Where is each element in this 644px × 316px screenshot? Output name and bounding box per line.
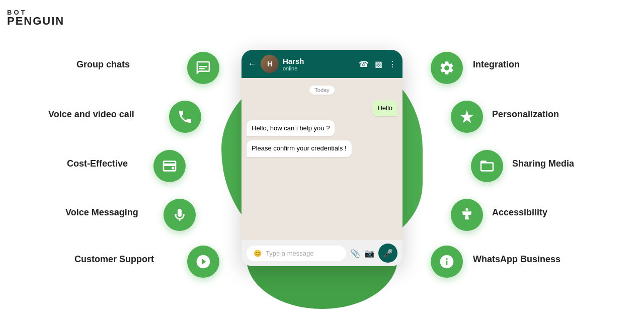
personalization-icon xyxy=(451,101,483,133)
avatar-image: H xyxy=(261,55,279,73)
customer-support-label: Customer Support xyxy=(74,254,154,265)
emoji-icon[interactable]: 😊 xyxy=(254,250,262,257)
svg-point-2 xyxy=(172,167,174,169)
cost-effective-label: Cost-Effective xyxy=(67,159,128,169)
message-received-2: Please confirm your credentials ! xyxy=(247,140,352,156)
svg-rect-1 xyxy=(199,68,205,69)
accessibility-icon xyxy=(451,199,483,231)
cost-effective-icon xyxy=(153,150,186,182)
voice-messaging-label: Voice Messaging xyxy=(65,207,138,218)
message-input[interactable]: 😊 Type a message xyxy=(247,246,346,261)
message-sent: Hello xyxy=(372,100,397,116)
accessibility-label: Accessibility xyxy=(492,207,547,218)
phone-icon[interactable]: ☎ xyxy=(359,59,369,69)
date-badge: Today xyxy=(247,85,397,94)
mic-button[interactable]: 🎤 xyxy=(378,244,397,263)
contact-status: online xyxy=(283,65,355,71)
customer-support-icon xyxy=(187,246,219,278)
voice-messaging-icon xyxy=(164,199,196,231)
attach-icon[interactable]: 📎 xyxy=(350,249,360,258)
contact-info: Harsh online xyxy=(283,57,355,71)
logo: BOT PENGUIN xyxy=(7,9,64,27)
group-chats-icon xyxy=(187,52,219,84)
voice-video-icon xyxy=(169,101,201,133)
integration-label: Integration xyxy=(473,59,520,70)
group-chats-label: Group chats xyxy=(76,59,130,70)
svg-point-6 xyxy=(465,208,468,211)
chat-body: Today Hello Hello, how can i help you ? … xyxy=(242,78,403,244)
contact-name: Harsh xyxy=(283,57,355,65)
svg-point-5 xyxy=(183,214,185,216)
more-options-icon[interactable]: ⋮ xyxy=(388,59,396,69)
chat-header: ← H Harsh online ☎ ▩ ⋮ xyxy=(242,50,403,78)
camera-icon[interactable]: 📷 xyxy=(364,249,374,258)
personalization-label: Personalization xyxy=(492,109,559,120)
attachment-icons: 📎 📷 xyxy=(350,249,374,258)
message-received-1: Hello, how can i help you ? xyxy=(247,120,335,136)
input-placeholder: Type a message xyxy=(266,250,313,257)
svg-rect-0 xyxy=(199,66,207,67)
integration-icon xyxy=(431,52,463,84)
svg-point-4 xyxy=(175,214,177,216)
logo-penguin-text: PENGUIN xyxy=(7,16,64,27)
sharing-media-label: Sharing Media xyxy=(512,159,574,169)
avatar: H xyxy=(261,55,279,73)
whatsapp-business-icon xyxy=(431,246,463,278)
whatsapp-business-label: WhatsApp Business xyxy=(473,254,560,265)
input-bar: 😊 Type a message 📎 📷 🎤 xyxy=(242,240,403,266)
phone-mockup: ← H Harsh online ☎ ▩ ⋮ Today Hello Hello… xyxy=(242,50,403,266)
voice-video-label: Voice and video call xyxy=(48,109,134,120)
sharing-media-icon xyxy=(471,150,503,182)
video-icon[interactable]: ▩ xyxy=(375,59,382,69)
back-button[interactable]: ← xyxy=(248,59,257,69)
chat-actions: ☎ ▩ ⋮ xyxy=(359,59,396,69)
